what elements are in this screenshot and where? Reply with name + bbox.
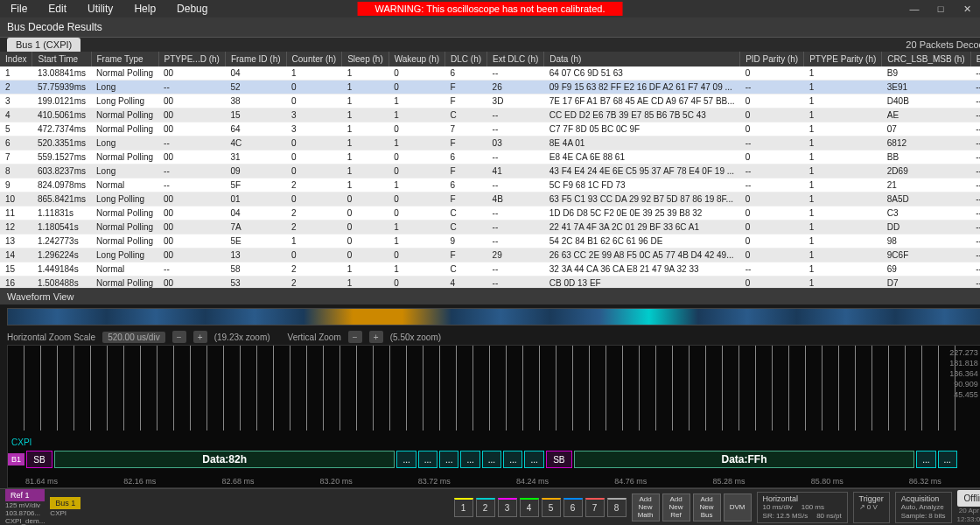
vz-minus-button[interactable]: − [348,331,362,343]
channel-button-3[interactable]: 3 [498,498,517,517]
add-button[interactable]: Add New Ref [662,494,690,522]
maximize-button[interactable]: □ [928,0,954,18]
table-row[interactable]: 3199.0121msLong Polling0038011F3D7E 17 6… [0,94,980,108]
channel-button-5[interactable]: 5 [542,498,561,517]
add-button[interactable]: Add New Bus [693,494,721,522]
column-header[interactable]: Frame Type [91,52,158,66]
menu-help[interactable]: Help [123,1,166,17]
calibration-warning: WARNING: This oscilloscope has not been … [358,2,623,16]
column-header[interactable]: PTYPE...D (h) [158,52,225,66]
table-row[interactable]: 131.242773sNormal Polling005E1019--54 2C… [0,234,980,248]
channel-button-2[interactable]: 2 [476,498,495,517]
bus-info: CXPI [50,509,80,517]
hz-zoom-factor: (19.23x zoom) [214,332,270,342]
bus-tab[interactable]: Bus 1 (CXPI) [7,38,80,52]
decode-packet[interactable]: Data:FFh [574,451,914,468]
table-row[interactable]: 9824.0978msNormal--5F2116--5C F9 68 1C F… [0,178,980,192]
column-header[interactable]: Index [0,52,32,66]
column-header[interactable]: Ext DLC (h) [487,52,544,66]
decode-packet[interactable]: SB [26,451,52,468]
decode-packet[interactable]: ... [916,451,935,468]
column-header[interactable]: Wakeup (h) [388,52,444,66]
main-menu: File Edit Utility Help Debug [0,1,218,17]
channel-button-7[interactable]: 7 [585,498,605,517]
table-row[interactable]: 8603.8237msLong--09010F4143 F4 E4 24 4E … [0,164,980,178]
column-header[interactable]: Frame ID (h) [225,52,286,66]
table-row[interactable]: 6520.3351msLong--4C011F038E 4A 01--16812… [0,136,980,150]
menu-file[interactable]: File [0,1,38,17]
hz-minus-button[interactable]: − [172,331,186,343]
column-header[interactable]: DLC (h) [445,52,487,66]
hz-plus-button[interactable]: + [193,331,207,343]
vz-zoom-factor: (5.50x zoom) [390,332,441,342]
table-row[interactable]: 5472.7374msNormal Polling00643107--C7 7F… [0,122,980,136]
column-header[interactable]: PID Parity (h) [740,52,804,66]
y-axis-labels: 227.273 mV181.818 mV136.364 mV90.909 mV4… [949,347,980,400]
decode-packet[interactable]: ... [460,451,480,468]
column-header[interactable]: PTYPE Parity (h) [804,52,882,66]
channel-button-1[interactable]: 1 [454,498,473,517]
menu-utility[interactable]: Utility [77,1,123,17]
timeline-overview[interactable] [7,308,980,326]
datetime: 20 Apr 202112:33:00 PM [957,507,981,524]
decode-packet[interactable]: ... [396,451,416,468]
add-button[interactable]: Add New Math [632,494,660,522]
waveform-signal [8,346,959,430]
table-row[interactable]: 4410.5061msNormal Polling0015311C--CC ED… [0,108,980,122]
column-header[interactable]: CRC_LSB_MSB (h) [882,52,970,66]
decode-packet[interactable]: ... [418,451,438,468]
horizontal-status[interactable]: Horizontal 10 ms/div100 ms SR: 12.5 MS/s… [757,492,848,523]
column-header[interactable]: Start Time [32,52,91,66]
vz-label: Vertical Zoom [288,332,341,342]
vz-plus-button[interactable]: + [369,331,383,343]
hz-value[interactable]: 520.00 us/div [102,332,165,343]
decode-packet[interactable]: SB [546,451,572,468]
table-row[interactable]: 141.296224sLong Polling0013000F2926 63 C… [0,248,980,262]
trigger-status[interactable]: Trigger ↗ 0 V [853,492,890,523]
decode-packet[interactable]: ... [524,451,543,468]
column-header[interactable]: Data (h) [544,52,740,66]
table-row[interactable]: 121.180541sNormal Polling007A201C--22 41… [0,220,980,234]
decode-packet[interactable]: ... [439,451,458,468]
menu-debug[interactable]: Debug [166,1,218,17]
offline-button[interactable]: Offline [957,490,981,507]
channel-button-6[interactable]: 6 [564,498,583,517]
table-row[interactable]: 257.75939msLong--52010F2609 F9 15 63 82 … [0,80,980,94]
table-row[interactable]: 113.08841msNormal Polling00041106--64 07… [0,66,980,80]
ref-badge[interactable]: Ref 1 [5,489,45,501]
hz-label: Horizontal Zoom Scale [7,332,95,342]
table-row[interactable]: 7559.1527msNormal Polling00310106--E8 4E… [0,150,980,164]
bus-chip[interactable]: B1 [8,453,24,466]
decode-packet[interactable]: Data:82h [54,451,395,468]
ref-info: 125 mV/div103.8706...CXPI_dem... [5,501,45,525]
bus-badge[interactable]: Bus 1 [50,497,80,509]
table-row[interactable]: 161.508488sNormal Polling00532104--CB 0D… [0,276,980,289]
table-row[interactable]: 111.11831sNormal Polling0004200C--1D D6 … [0,206,980,220]
minimize-button[interactable]: — [901,0,928,18]
table-row[interactable]: 10865.8421msLong Polling0001000F4B63 F5 … [0,192,980,206]
waveform-title: Waveform View [0,289,980,304]
waveform-area[interactable]: 227.273 mV181.818 mV136.364 mV90.909 mV4… [7,345,980,488]
channel-button-4[interactable]: 4 [520,498,539,517]
close-button[interactable]: ✕ [954,0,980,18]
menu-edit[interactable]: Edit [38,1,77,17]
decode-table[interactable]: IndexStart TimeFrame TypePTYPE...D (h)Fr… [0,52,980,288]
bus-label: CXPI [11,438,32,447]
decode-title: Bus Decode Results [7,21,102,33]
column-header[interactable]: Sleep (h) [342,52,389,66]
time-axis: 81.64 ms82.16 ms82.68 ms83.20 ms83.72 ms… [8,477,959,486]
decode-packet[interactable]: ... [938,451,957,468]
packet-count: 20 Packets Decoded [906,39,980,50]
decode-packet[interactable]: ... [503,451,522,468]
add-button[interactable]: DVM [724,494,752,522]
acquisition-status[interactable]: Acquisition Auto, Analyze Sample: 8 bits [895,492,952,523]
column-header[interactable]: Error [970,52,980,66]
decode-packet[interactable]: ... [482,451,501,468]
column-header[interactable]: Counter (h) [286,52,342,66]
table-row[interactable]: 151.449184sNormal--58211C--32 3A 44 CA 3… [0,262,980,276]
channel-button-8[interactable]: 8 [607,498,626,517]
